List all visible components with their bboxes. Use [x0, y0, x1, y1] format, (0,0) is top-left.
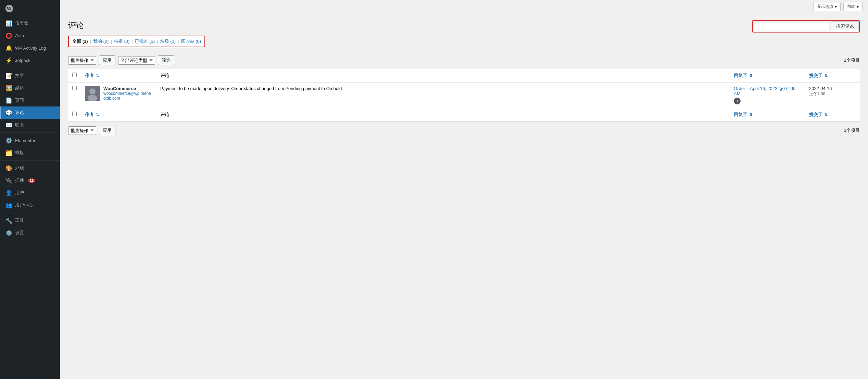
footer-submitted-sort-link[interactable]: 提交于 ⇅ [809, 112, 828, 117]
sidebar-item-elementor[interactable]: ⚙️ Elementor [0, 134, 60, 147]
tf-submitted: 提交于 ⇅ [805, 108, 860, 122]
sidebar-item-label: 用户中心 [15, 202, 33, 208]
sidebar-item-templates[interactable]: 🗂️ 模板 [0, 147, 60, 159]
sidebar-item-media[interactable]: 🖼️ 媒体 [0, 82, 60, 94]
sidebar-logo[interactable]: W [0, 0, 60, 17]
comment-text: Payment to be made upon delivery. Order … [160, 86, 343, 91]
tf-comment: 评论 [156, 108, 730, 122]
sidebar-item-label: Elementor [15, 138, 35, 143]
tf-author-label: 作者 [85, 112, 94, 117]
select-all-checkbox[interactable] [72, 73, 77, 77]
sidebar-item-posts[interactable]: 📝 文章 [0, 70, 60, 82]
sidebar-item-astra[interactable]: ⭕ Astra [0, 29, 60, 42]
filter-tab-pending-label: 待审 [114, 39, 123, 44]
author-sort-link[interactable]: 作者 ⇅ [85, 73, 99, 78]
reply-sort-icon: ⇅ [749, 74, 752, 78]
th-comment: 评论 [156, 69, 730, 83]
filter-sep-5: | [178, 39, 179, 44]
row-checkbox-cell [68, 83, 81, 108]
templates-icon: 🗂️ [5, 149, 12, 156]
sidebar-item-plugins[interactable]: 🔌 插件 11 [0, 174, 60, 187]
filter-sep-4: | [157, 39, 158, 44]
footer-reply-sort-link[interactable]: 回复至 ⇅ [734, 112, 752, 117]
footer-author-sort-link[interactable]: 作者 ⇅ [85, 112, 99, 117]
submitted-sort-link[interactable]: 提交于 ⇅ [809, 73, 828, 78]
sidebar-item-pages[interactable]: 📄 页面 [0, 94, 60, 106]
sidebar-item-comments[interactable]: 💬 评论 [0, 106, 60, 119]
tf-author-sort-icon: ⇅ [96, 113, 99, 117]
sidebar-item-settings[interactable]: ⚙️ 设置 [0, 227, 60, 239]
appearance-icon: 🎨 [5, 165, 12, 172]
activity-log-icon: 🔔 [5, 45, 12, 51]
sidebar-item-label: 外观 [15, 165, 24, 171]
filter-tab-approved-label: 已批准 [135, 39, 148, 44]
bulk-action-select[interactable]: 批量操作 [68, 56, 96, 65]
help-label: 帮助 [847, 4, 855, 10]
search-input[interactable] [754, 23, 829, 30]
tf-reply-sort-icon: ⇅ [749, 113, 752, 117]
sidebar-item-dashboard[interactable]: 📊 仪表盘 [0, 17, 60, 29]
author-info: WooCommerce woocommerce@wp.mehedidb.com [103, 86, 152, 101]
sidebar-item-label: Jetpack [15, 58, 30, 63]
filter-tab-all[interactable]: 全部 (1) [72, 38, 88, 45]
help-button[interactable]: 帮助 ▾ [843, 2, 863, 11]
display-options-button[interactable]: 显示选项 ▾ [813, 2, 841, 11]
reply-link[interactable]: Order – April 16, 2022 @ 07:06 AM [734, 86, 795, 96]
filter-tab-mine-count: (0) [103, 39, 109, 44]
filter-bar: 全部 (1) | 我的 (0) | 待审 (0) | 已批准 [68, 36, 205, 47]
sidebar-item-users[interactable]: 👤 用户 [0, 187, 60, 199]
apply-label: 应用 [103, 58, 112, 63]
comments-table: 作者 ⇅ 评论 回复至 ⇅ [68, 69, 860, 122]
filter-tab-trash[interactable]: 回收站 (0) [181, 38, 201, 45]
jetpack-icon: ⚡ [5, 57, 12, 64]
sidebar-item-appearance[interactable]: 🎨 外观 [0, 162, 60, 174]
footer-select-all-checkbox[interactable] [72, 112, 77, 116]
items-count-top: 1个项目 [844, 57, 860, 63]
sidebar-item-label: 文章 [15, 73, 24, 79]
settings-icon: ⚙️ [5, 229, 12, 236]
author-email[interactable]: woocommerce@wp.mehedidb.com [103, 91, 152, 101]
filter-tab-trash-count: (0) [196, 39, 201, 44]
sidebar-item-label: 模板 [15, 150, 24, 156]
filter-button[interactable]: 筛选 [158, 55, 174, 65]
submit-date: 2022-04-16 [809, 86, 856, 91]
sidebar-item-tools[interactable]: 🔧 工具 [0, 214, 60, 227]
search-button-label: 搜索评论 [836, 24, 854, 29]
filter-tab-mine[interactable]: 我的 (0) [93, 38, 109, 45]
comments-icon: 💬 [5, 109, 12, 116]
th-comment-label: 评论 [160, 73, 169, 78]
sidebar-item-label: 联系 [15, 122, 24, 128]
help-chevron-icon: ▾ [857, 4, 859, 9]
bulk-action-select-bottom[interactable]: 批量操作 [68, 126, 96, 135]
apply-button-bottom[interactable]: 应用 [99, 126, 115, 135]
filter-tab-mine-label: 我的 [93, 39, 102, 44]
filter-tab-approved[interactable]: 已批准 (1) [135, 38, 155, 45]
th-reply-label: 回复至 [734, 73, 747, 78]
sidebar-item-user-center[interactable]: 👥 用户中心 [0, 199, 60, 211]
sidebar-item-wp-activity-log[interactable]: 🔔 WP Activity Log [0, 42, 60, 54]
filter-tab-pending[interactable]: 待审 (0) [114, 38, 130, 45]
sidebar-item-label: 插件 [15, 177, 24, 184]
apply-label-bottom: 应用 [103, 128, 112, 133]
filter-sep-2: | [111, 39, 112, 44]
comment-type-select[interactable]: 全部评论类型 [118, 56, 155, 65]
search-button[interactable]: 搜索评论 [832, 22, 858, 31]
apply-button-top[interactable]: 应用 [99, 55, 115, 65]
sidebar-item-label: 媒体 [15, 85, 24, 91]
th-submitted: 提交于 ⇅ [805, 69, 860, 83]
sidebar-item-label: 工具 [15, 217, 24, 224]
sidebar-item-label: 页面 [15, 97, 24, 103]
th-checkbox [68, 69, 81, 83]
avatar [85, 86, 100, 101]
sidebar-item-label: 设置 [15, 230, 24, 236]
row-checkbox[interactable] [72, 86, 77, 90]
sidebar-item-jetpack[interactable]: ⚡ Jetpack [0, 54, 60, 66]
wordpress-icon: W [5, 5, 13, 12]
sidebar-item-contact[interactable]: ✉️ 联系 [0, 119, 60, 131]
reply-sort-link[interactable]: 回复至 ⇅ [734, 73, 752, 78]
filter-tab-spam[interactable]: 垃圾 (0) [160, 38, 176, 45]
filter-tab-all-count: (1) [83, 39, 88, 44]
tf-reply-to: 回复至 ⇅ [730, 108, 805, 122]
avatar-image [85, 86, 100, 101]
user-center-icon: 👥 [5, 202, 12, 209]
